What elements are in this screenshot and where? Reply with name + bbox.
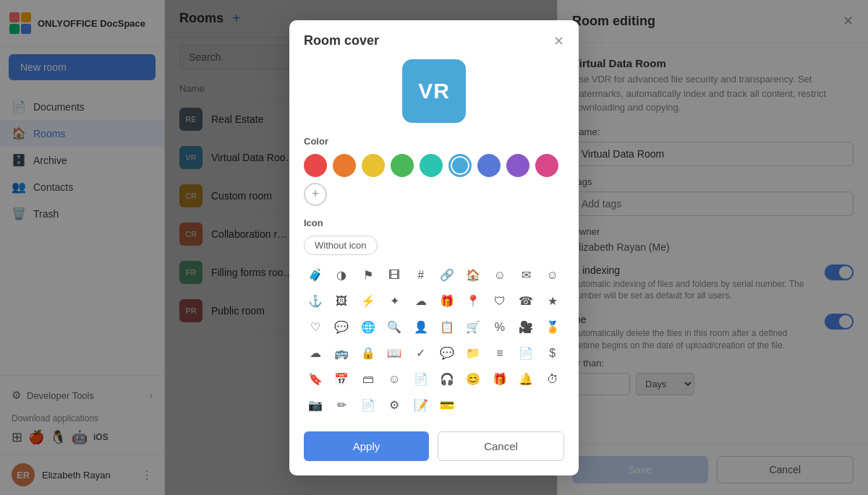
icon-cell-1[interactable]: ◑ — [330, 264, 353, 287]
color-teal[interactable] — [420, 154, 443, 177]
icon-cell-2[interactable]: ⚑ — [357, 264, 380, 287]
icon-cell-26[interactable]: 🛒 — [461, 316, 485, 339]
icon-cell-45[interactable]: 🎧 — [435, 368, 459, 391]
preview-text: VR — [418, 79, 450, 103]
icon-cell-38[interactable]: 📄 — [514, 342, 537, 365]
add-color-button[interactable]: + — [304, 183, 327, 206]
icon-cell-43[interactable]: ☺ — [383, 368, 406, 391]
color-row: + — [304, 154, 564, 206]
preview-area: VR — [304, 59, 564, 123]
icon-cell-29[interactable]: 🏅 — [541, 316, 564, 339]
modal-header: Room cover ✕ — [289, 20, 579, 59]
icon-cell-40[interactable]: 🔖 — [304, 368, 327, 391]
icon-cell-42[interactable]: 🗃 — [357, 368, 380, 391]
icon-cell-9[interactable]: ☺ — [541, 264, 564, 287]
color-blue[interactable] — [477, 154, 501, 177]
icon-cell-30[interactable]: ☁ — [304, 342, 327, 365]
icon-cell-19[interactable]: ★ — [541, 290, 564, 313]
icon-cell-15[interactable]: 🎁 — [435, 290, 459, 313]
icon-cell-12[interactable]: ⚡ — [357, 290, 380, 313]
icon-cell-25[interactable]: 📋 — [435, 316, 459, 339]
icon-cell-49[interactable]: ⏱ — [541, 368, 564, 391]
icon-cell-8[interactable]: ✉ — [514, 264, 537, 287]
icon-cell-7[interactable]: ☺ — [488, 264, 511, 287]
icon-cell-48[interactable]: 🔔 — [514, 368, 537, 391]
icon-cell-55[interactable]: 💳 — [435, 394, 459, 417]
modal-footer: Apply Cancel — [289, 431, 579, 475]
icon-cell-47[interactable]: 🎁 — [488, 368, 511, 391]
icon-cell-35[interactable]: 💬 — [435, 342, 459, 365]
modal-close-button[interactable]: ✕ — [553, 33, 564, 49]
icon-cell-41[interactable]: 📅 — [330, 368, 353, 391]
icon-cell-18[interactable]: ☎ — [514, 290, 537, 313]
icon-cell-44[interactable]: 📄 — [409, 368, 433, 391]
icon-cell-54[interactable]: 📝 — [409, 394, 433, 417]
icon-cell-3[interactable]: 🎞 — [383, 264, 406, 287]
icon-cell-4[interactable]: # — [409, 264, 433, 287]
icon-cell-50[interactable]: 📷 — [304, 394, 327, 417]
icon-cell-0[interactable]: 🧳 — [304, 264, 327, 287]
without-icon-button[interactable]: Without icon — [304, 236, 378, 255]
icon-cell-28[interactable]: 🎥 — [514, 316, 537, 339]
icon-cell-17[interactable]: 🛡 — [488, 290, 511, 313]
modal-body: VR Color + Icon Without icon 🧳◑⚑🎞#🔗🏠☺✉☺⚓… — [289, 59, 579, 431]
icon-cell-46[interactable]: 😊 — [461, 368, 485, 391]
color-yellow[interactable] — [362, 154, 385, 177]
icon-cell-10[interactable]: ⚓ — [304, 290, 327, 313]
icon-cell-34[interactable]: ✓ — [409, 342, 433, 365]
icon-cell-5[interactable]: 🔗 — [435, 264, 459, 287]
icon-cell-52[interactable]: 📄 — [357, 394, 380, 417]
icon-cell-24[interactable]: 👤 — [409, 316, 433, 339]
icon-cell-21[interactable]: 💬 — [330, 316, 353, 339]
color-red[interactable] — [304, 154, 327, 177]
icon-cell-20[interactable]: ♡ — [304, 316, 327, 339]
cancel-modal-button[interactable]: Cancel — [438, 431, 564, 461]
icon-cell-33[interactable]: 📖 — [383, 342, 406, 365]
icon-cell-39[interactable]: $ — [541, 342, 564, 365]
icon-cell-11[interactable]: 🖼 — [330, 290, 353, 313]
icon-cell-51[interactable]: ✏ — [330, 394, 353, 417]
color-orange[interactable] — [333, 154, 356, 177]
room-cover-modal: Room cover ✕ VR Color + Icon Without ico… — [289, 20, 579, 475]
room-preview: VR — [402, 59, 466, 123]
icon-cell-27[interactable]: % — [488, 316, 511, 339]
icon-cell-23[interactable]: 🔍 — [383, 316, 406, 339]
color-purple[interactable] — [506, 154, 529, 177]
icon-cell-6[interactable]: 🏠 — [461, 264, 485, 287]
modal-backdrop[interactable]: Room cover ✕ VR Color + Icon Without ico… — [0, 0, 868, 495]
modal-title: Room cover — [304, 33, 553, 48]
color-green[interactable] — [391, 154, 414, 177]
icon-cell-16[interactable]: 📍 — [461, 290, 485, 313]
icon-cell-32[interactable]: 🔒 — [357, 342, 380, 365]
icon-cell-13[interactable]: ✦ — [383, 290, 406, 313]
icon-cell-31[interactable]: 🚌 — [330, 342, 353, 365]
icon-section-label: Icon — [304, 218, 564, 228]
icon-grid: 🧳◑⚑🎞#🔗🏠☺✉☺⚓🖼⚡✦☁🎁📍🛡☎★♡💬🌐🔍👤📋🛒%🎥🏅☁🚌🔒📖✓💬📁≡📄$… — [304, 264, 564, 417]
color-light-blue[interactable] — [448, 154, 472, 177]
color-pink[interactable] — [535, 154, 558, 177]
color-section-label: Color — [304, 136, 564, 147]
icon-cell-37[interactable]: ≡ — [488, 342, 511, 365]
apply-button[interactable]: Apply — [304, 431, 429, 461]
icon-cell-14[interactable]: ☁ — [409, 290, 433, 313]
icon-cell-53[interactable]: ⚙ — [383, 394, 406, 417]
icon-cell-36[interactable]: 📁 — [461, 342, 485, 365]
icon-cell-22[interactable]: 🌐 — [357, 316, 380, 339]
